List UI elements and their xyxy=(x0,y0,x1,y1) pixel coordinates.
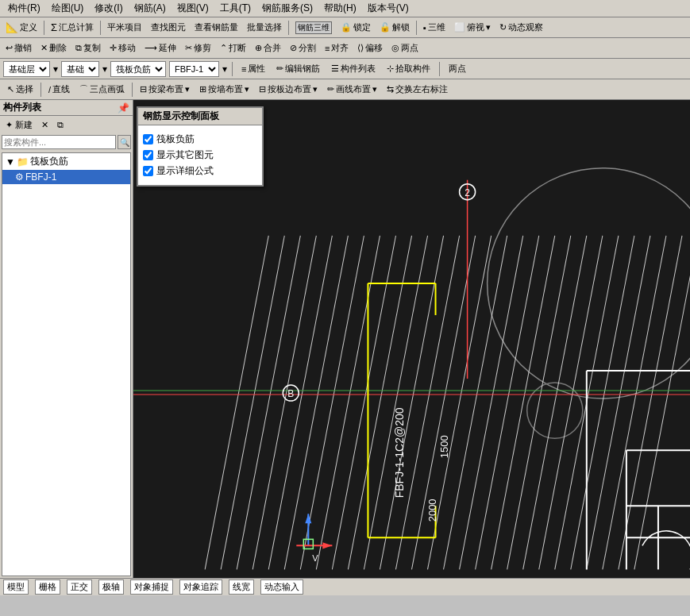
search-bar: 🔍 xyxy=(0,133,133,151)
exchange-button[interactable]: ⇆ 交换左右标注 xyxy=(383,81,452,98)
model-status[interactable]: 模型 xyxy=(3,579,29,595)
define-button[interactable]: 📐 定义 xyxy=(2,19,41,37)
polar-status[interactable]: 极轴 xyxy=(98,579,124,595)
topview-button[interactable]: ⬜ 俯视 ▾ xyxy=(450,19,495,37)
beam-layout-button[interactable]: ⊟ 按梁布置 ▾ xyxy=(136,81,194,98)
menu-rebar-service[interactable]: 钢筋服务(S) xyxy=(257,0,318,17)
snap-status[interactable]: 对象捕捉 xyxy=(130,579,173,595)
svg-line-4 xyxy=(237,236,300,570)
menu-modify[interactable]: 修改(I) xyxy=(90,0,127,17)
new-icon: ✦ xyxy=(6,120,13,129)
dynamic-input-status[interactable]: 动态输入 xyxy=(260,579,303,595)
svg-line-26 xyxy=(587,236,650,570)
edit-rebar-button[interactable]: ✏ 编辑钢筋 xyxy=(272,60,324,78)
merge-button[interactable]: ⊕ 合并 xyxy=(251,40,285,57)
offset-button[interactable]: ⟨⟩ 偏移 xyxy=(353,40,387,57)
line-tool-button[interactable]: / 直线 xyxy=(44,81,74,98)
svg-line-3 xyxy=(221,236,284,570)
layer-select[interactable]: 基础层 xyxy=(3,61,50,77)
cad-viewport[interactable]: 钢筋显示控制面板 筏板负筋 显示其它图元 显示详细公式 xyxy=(133,100,690,578)
formula-checkbox[interactable] xyxy=(143,166,153,176)
sep-2 xyxy=(100,21,101,35)
svg-line-15 xyxy=(412,236,476,570)
ortho-status[interactable]: 正交 xyxy=(67,579,92,595)
right-twopoint-button[interactable]: 两点 xyxy=(445,60,470,78)
lock-button[interactable]: 🔒 锁定 xyxy=(337,19,375,37)
sqm-button[interactable]: 平米项目 xyxy=(103,19,146,37)
pick-icon: ⊹ xyxy=(387,64,394,74)
unlock-icon: 🔓 xyxy=(380,22,391,33)
delete-component-button[interactable]: ✕ xyxy=(37,118,52,132)
merge-icon: ⊕ xyxy=(255,43,262,53)
move-button[interactable]: ✛ 移动 xyxy=(106,40,140,57)
property-button[interactable]: ≡ 属性 xyxy=(237,60,269,78)
pick-component-button[interactable]: ⊹ 拾取构件 xyxy=(383,60,434,78)
menu-version[interactable]: 版本号(V) xyxy=(363,0,414,17)
rebar-3d-button[interactable]: 钢筋三维 xyxy=(291,19,336,37)
find-button[interactable]: 查找图元 xyxy=(147,19,190,37)
grid-status[interactable]: 栅格 xyxy=(35,579,60,595)
extend-icon: ⟶ xyxy=(145,43,157,53)
menu-tools[interactable]: 工具(T) xyxy=(215,0,256,17)
delete-button[interactable]: ✕ 删除 xyxy=(37,40,71,57)
wall-layout-button[interactable]: ⊞ 按墙布置 ▾ xyxy=(195,81,253,98)
undo-icon: ↩ xyxy=(6,43,13,53)
offset-icon: ⟨⟩ xyxy=(357,43,364,53)
menu-component[interactable]: 构件(R) xyxy=(3,0,45,17)
3d-button[interactable]: ▪ 三维 xyxy=(419,19,449,37)
undo-button[interactable]: ↩ 撤销 xyxy=(2,40,36,57)
calc-button[interactable]: Σ 汇总计算 xyxy=(47,19,98,37)
slab-rebar-checkbox[interactable] xyxy=(143,134,153,144)
batch-select-button[interactable]: 批量选择 xyxy=(243,19,286,37)
tree-folder-icon: 📁 xyxy=(17,156,29,167)
break-button[interactable]: ⌃ 打断 xyxy=(216,40,250,57)
panel-pin-icon[interactable]: 📌 xyxy=(118,102,129,114)
copy-component-button[interactable]: ⧉ xyxy=(53,118,67,132)
other-elements-checkbox[interactable] xyxy=(143,150,153,160)
sep-layer2 xyxy=(439,62,440,76)
search-input[interactable] xyxy=(2,135,116,149)
copy-button[interactable]: ⧉ 复制 xyxy=(71,40,105,57)
dropdown5-icon: ▾ xyxy=(372,84,377,94)
paint-layout-button[interactable]: ✏ 画线布置 ▾ xyxy=(323,81,381,98)
rebar-id-select[interactable]: FBFJ-1 xyxy=(169,61,219,77)
tree-root-item[interactable]: ▼ 📁 筏板负筋 xyxy=(2,153,130,170)
status-bar: 模型 栅格 正交 极轴 对象捕捉 对象追踪 线宽 动态输入 xyxy=(0,578,690,595)
extend-button[interactable]: ⟶ 延伸 xyxy=(141,40,180,57)
line-icon: / xyxy=(48,85,51,94)
align-button[interactable]: ≡ 对齐 xyxy=(321,40,353,57)
view-rebar-button[interactable]: 查看钢筋量 xyxy=(191,19,242,37)
svg-line-23 xyxy=(539,236,603,570)
tree-child-item[interactable]: ⚙ FBFJ-1 xyxy=(2,170,130,184)
slab-layout-button[interactable]: ⊟ 按板边布置 ▾ xyxy=(255,81,322,98)
track-status[interactable]: 对象追踪 xyxy=(179,579,222,595)
trim-icon: ✂ xyxy=(185,43,192,53)
lineweight-status[interactable]: 线宽 xyxy=(229,579,254,595)
sep-draw1 xyxy=(40,83,41,97)
beam-icon: ⊟ xyxy=(140,84,147,94)
component-list-button[interactable]: ☰ 构件列表 xyxy=(327,60,380,78)
arc-tool-button[interactable]: ⌒ 三点画弧 xyxy=(75,81,129,98)
menu-bar: 构件(R) 绘图(U) 修改(I) 钢筋(A) 视图(V) 工具(T) 钢筋服务… xyxy=(0,0,690,17)
menu-help[interactable]: 帮助(H) xyxy=(319,0,361,17)
rebar-type-select[interactable]: 筏板负筋 xyxy=(110,61,166,77)
svg-line-28 xyxy=(619,236,682,570)
trim-button[interactable]: ✂ 修剪 xyxy=(181,40,215,57)
dynamic-view-button[interactable]: ↻ 动态观察 xyxy=(495,19,547,37)
menu-draw[interactable]: 绘图(U) xyxy=(47,0,89,17)
panel-title: 构件列表 📌 xyxy=(0,100,133,116)
svg-line-6 xyxy=(268,236,332,570)
twopoint-button[interactable]: ◎ 两点 xyxy=(387,40,422,57)
steel-panel-content: 筏板负筋 显示其它图元 显示详细公式 xyxy=(138,125,262,185)
svg-point-1 xyxy=(527,383,583,438)
menu-view[interactable]: 视图(V) xyxy=(172,0,214,17)
split-button[interactable]: ⊘ 分割 xyxy=(286,40,320,57)
unlock-button[interactable]: 🔓 解锁 xyxy=(376,19,414,37)
select-tool-button[interactable]: ↖ 选择 xyxy=(3,81,37,98)
svg-line-25 xyxy=(571,236,634,570)
search-button[interactable]: 🔍 xyxy=(118,135,131,149)
toolbar-row-1: 📐 定义 Σ 汇总计算 平米项目 查找图元 查看钢筋量 批量选择 钢筋三维 🔒 … xyxy=(0,17,690,38)
menu-rebar[interactable]: 钢筋(A) xyxy=(129,0,171,17)
new-component-button[interactable]: ✦ 新建 xyxy=(2,117,37,133)
floor-select[interactable]: 基础 xyxy=(61,61,99,77)
